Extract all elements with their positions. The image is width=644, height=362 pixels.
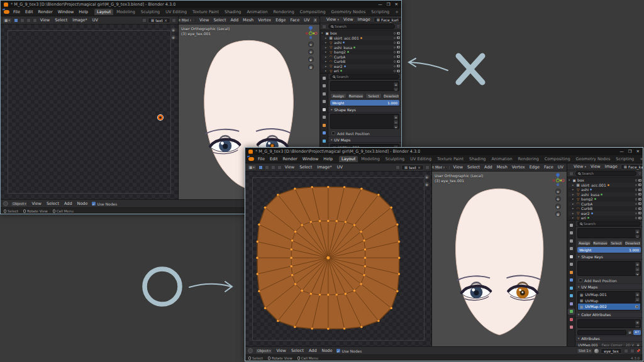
render-visibility-icon[interactable] xyxy=(638,193,641,195)
viewport-menu-item[interactable]: Select xyxy=(466,165,481,170)
workspace-tab[interactable]: UV Editing xyxy=(408,156,434,162)
titlebar[interactable]: * M_G_9_tex3 [D:\Blender\Project\magical… xyxy=(1,1,401,8)
outliner-object-row[interactable]: ▸ ▽ ear2 xyxy=(321,64,400,69)
render-visibility-icon[interactable] xyxy=(397,60,400,63)
image-strip-menu-item[interactable]: Image xyxy=(603,164,618,169)
editor-type-icon[interactable] xyxy=(569,165,570,169)
uv-maps-section-header[interactable]: ▾UV Maps xyxy=(575,283,643,290)
viewport-pan-hand-icon[interactable]: ✥ xyxy=(555,196,561,202)
workspace-tab[interactable]: Scripting xyxy=(613,156,636,162)
viewport-zoom-icon[interactable]: ⊕ xyxy=(308,41,314,47)
display-mode-dropdown[interactable]: View ▾ xyxy=(325,17,340,22)
render-visibility-icon[interactable] xyxy=(397,55,400,58)
properties-tab[interactable] xyxy=(321,114,328,121)
properties-tab[interactable] xyxy=(568,309,575,315)
add-rest-position-row[interactable]: Add Rest Position xyxy=(575,277,643,283)
vertex-group-action-button[interactable]: Select xyxy=(609,240,623,246)
close-button[interactable]: ✕ xyxy=(636,149,640,154)
navigation-gizmo[interactable] xyxy=(551,173,565,187)
vertex-group-action-button[interactable]: Deselect xyxy=(625,240,641,246)
remove-vertex-group-button[interactable]: − xyxy=(635,234,640,238)
uv-maps-section-header[interactable]: ▾UV Maps xyxy=(328,136,401,143)
uv-map-row[interactable]: ▦ UVMap.001 xyxy=(578,292,640,298)
hide-icon[interactable] xyxy=(635,179,638,182)
uv-select-mode-vertex-icon[interactable] xyxy=(14,18,18,23)
uv-select-mode-face-icon[interactable] xyxy=(271,165,275,170)
workspace-tab[interactable]: Compositing xyxy=(542,156,573,162)
menu-item[interactable]: Window xyxy=(57,9,75,14)
shader-menu-item[interactable]: View xyxy=(275,348,287,353)
viewport-canvas[interactable]: User Orthographic (Local) (3) eye_tex.00… xyxy=(432,172,567,346)
hide-icon[interactable] xyxy=(635,198,638,200)
properties-tab[interactable] xyxy=(568,316,575,322)
viewport-camera-icon[interactable]: ◉ xyxy=(308,57,314,62)
hide-icon[interactable] xyxy=(635,203,638,206)
image-datablock-field[interactable]: ▦ text ✕ xyxy=(401,165,424,170)
swap-icon[interactable]: ⇄ xyxy=(628,330,632,334)
shader-menu-item[interactable]: View xyxy=(30,201,42,206)
properties-tab[interactable] xyxy=(568,269,575,275)
shader-menu-item[interactable]: Select xyxy=(45,201,60,206)
outliner-object-row[interactable]: ▸ ▦ skirt_acc.001 xyxy=(569,183,641,188)
shader-menu-item[interactable]: Add xyxy=(63,201,74,206)
workspace-tab[interactable]: + xyxy=(392,9,401,15)
uv-menu-item[interactable]: View xyxy=(39,18,51,23)
viewport-camera-icon[interactable]: ◉ xyxy=(555,204,561,209)
remove-uv-map-button[interactable]: − xyxy=(635,297,640,302)
viewport-grid-icon[interactable]: ▦ xyxy=(555,211,561,217)
workspace-tab-layout[interactable]: Layout xyxy=(339,156,358,162)
mirror-axis-button[interactable]: Y xyxy=(318,18,319,23)
render-visibility-icon[interactable] xyxy=(638,198,641,200)
outliner-object-row[interactable]: ▸ ▽ ashi xyxy=(321,40,400,45)
render-visibility-icon[interactable] xyxy=(397,46,400,48)
vertex-group-action-button[interactable]: Remove xyxy=(592,240,608,246)
properties-tab[interactable] xyxy=(568,285,575,291)
editor-type-dropdown[interactable]: ▦▾ xyxy=(247,165,257,170)
render-visibility-icon[interactable] xyxy=(638,207,641,210)
uv-map-row[interactable]: ▦ UVMap.002 xyxy=(578,304,640,310)
titlebar[interactable]: * M_G_9_tex3 [D:\Blender\Project\magical… xyxy=(245,148,643,155)
viewport-menu-item[interactable]: Edge xyxy=(528,165,541,170)
outliner-object-row[interactable]: ▸ ▽ bang2 xyxy=(321,50,400,55)
active-render-camera-icon[interactable] xyxy=(635,305,638,308)
menu-item[interactable]: Window xyxy=(301,156,320,162)
properties-tab[interactable] xyxy=(568,230,575,236)
vertex-group-action-button[interactable]: Deselect xyxy=(383,93,399,99)
viewport-menu-item[interactable]: View xyxy=(198,18,210,23)
hide-icon[interactable] xyxy=(394,65,396,68)
outliner-object-row[interactable]: ▸ ◠ CurbA xyxy=(321,55,400,60)
viewport-zoom-icon[interactable]: ⊕ xyxy=(555,189,561,194)
pin-icon[interactable]: 📌 xyxy=(636,349,640,353)
outliner-object-row[interactable]: ▸ ▦ skirt_acc.001 xyxy=(321,36,400,41)
vertex-groups-list[interactable]: +− xyxy=(330,81,399,91)
uv-select-mode-vertex-icon[interactable] xyxy=(258,165,263,170)
workspace-tab[interactable]: Sculpting xyxy=(383,156,407,162)
uv-select-mode-face-icon[interactable] xyxy=(26,18,31,23)
workspace-tab[interactable]: Modeling xyxy=(358,156,382,162)
properties-tab[interactable] xyxy=(321,90,328,97)
render-visibility-icon[interactable] xyxy=(397,70,400,72)
properties-tab[interactable] xyxy=(568,238,575,244)
outliner-object-row[interactable]: ▸ ▽ eri xyxy=(569,216,641,220)
workspace-tab[interactable]: Shading xyxy=(467,156,488,162)
zoom-tool-icon[interactable]: ⊕ xyxy=(424,174,430,180)
properties-tab[interactable] xyxy=(568,253,575,260)
strip-image-field[interactable]: ▦ Face_kari xyxy=(621,164,643,170)
vertex-group-action-button[interactable]: Assign xyxy=(330,93,347,99)
slot-dropdown[interactable]: Slot 1▾ xyxy=(577,348,592,354)
editor-type-icon[interactable] xyxy=(322,18,323,22)
hide-icon[interactable] xyxy=(394,60,396,63)
select-mode-face-icon[interactable] xyxy=(195,18,196,23)
render-visibility-icon[interactable] xyxy=(397,65,400,67)
use-nodes-row[interactable]: ✓ Use Nodes xyxy=(92,202,118,206)
strip-image-field[interactable]: ▦ Face_kari xyxy=(374,17,401,23)
proportional-edit-icon[interactable] xyxy=(172,18,176,23)
outliner-object-row[interactable]: ▸ ▽ eri xyxy=(321,69,400,73)
menu-item[interactable]: Edit xyxy=(24,9,35,14)
hide-icon[interactable] xyxy=(394,70,396,72)
shader-editor-type-icon[interactable] xyxy=(248,348,253,353)
properties-tab[interactable] xyxy=(321,99,328,105)
render-visibility-icon[interactable] xyxy=(397,41,400,44)
workspace-tab[interactable]: Animation xyxy=(489,156,514,162)
remove-shape-key-button[interactable]: − xyxy=(635,267,640,272)
